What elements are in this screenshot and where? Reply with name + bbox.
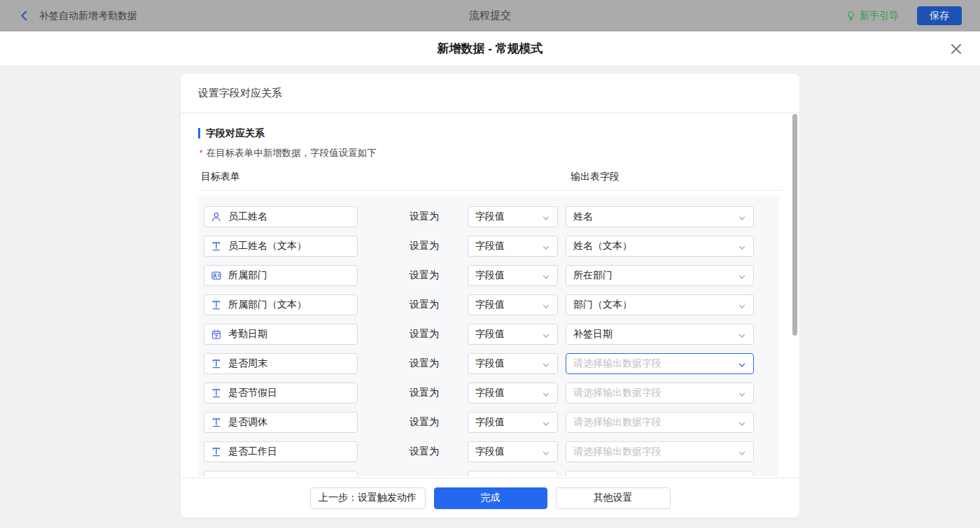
text-icon xyxy=(211,299,222,311)
target-field-label: 是否节假日 xyxy=(228,387,277,399)
scrollbar-thumb[interactable] xyxy=(792,114,797,336)
value-mode-select[interactable]: 字段值 xyxy=(468,412,558,433)
target-field-label: 是否工作日 xyxy=(228,445,277,458)
mapping-row: 考勤日期 设置为 字段值 补签日期 xyxy=(204,324,778,345)
chevron-down-icon xyxy=(542,359,550,368)
output-field-select[interactable]: 请选择输出数据字段 xyxy=(566,383,754,404)
section-title: 字段对应关系 xyxy=(198,128,782,138)
chevron-down-icon xyxy=(738,418,746,427)
target-field-label: 员工姓名（文本） xyxy=(228,240,307,252)
mapping-row xyxy=(204,471,778,476)
output-field-select[interactable]: 部门（文本） xyxy=(566,294,754,315)
set-as-label: 设置为 xyxy=(410,299,468,311)
other-settings-button[interactable]: 其他设置 xyxy=(556,487,671,509)
set-as-label: 设置为 xyxy=(410,328,468,341)
target-field-label: 所属部门 xyxy=(228,269,267,282)
value-mode-label: 字段值 xyxy=(475,445,505,458)
target-field-box: 是否调休 xyxy=(204,412,358,433)
value-mode-label: 字段值 xyxy=(475,211,505,223)
close-icon[interactable] xyxy=(949,42,963,56)
no-icon xyxy=(211,476,222,476)
mapping-row: 员工姓名（文本） 设置为 字段值 姓名（文本） xyxy=(204,236,778,257)
output-field-select[interactable]: 请选择输出数据字段 xyxy=(566,441,754,462)
output-field-select[interactable]: 姓名 xyxy=(566,206,754,227)
value-mode-select[interactable]: 字段值 xyxy=(468,265,558,286)
target-field-box: 是否周末 xyxy=(204,353,358,374)
value-mode-select[interactable]: 字段值 xyxy=(468,206,558,227)
set-as-label: 设置为 xyxy=(410,387,468,399)
output-field-label: 请选择输出数据字段 xyxy=(573,357,662,370)
lightbulb-icon xyxy=(846,10,856,21)
output-field-label: 姓名 xyxy=(573,211,593,223)
target-field-box: 是否工作日 xyxy=(204,441,358,462)
output-field-label: 补签日期 xyxy=(573,328,612,341)
workflow-title: 补签自动新增考勤数据 xyxy=(39,10,137,22)
chevron-down-icon xyxy=(542,448,550,456)
target-field-box: 所属部门 xyxy=(204,265,358,286)
required-asterisk: * xyxy=(200,148,203,158)
dialog-header: 新增数据 - 常规模式 xyxy=(0,31,980,66)
value-mode-label: 字段值 xyxy=(475,416,505,429)
beginner-guide-link[interactable]: 新手引导 xyxy=(846,10,899,22)
prev-step-button[interactable]: 上一步：设置触发动作 xyxy=(310,487,426,509)
text-icon xyxy=(211,241,222,252)
output-field-select[interactable]: 所在部门 xyxy=(566,265,754,286)
value-mode-label: 字段值 xyxy=(475,299,505,311)
output-field-select[interactable]: 请选择输出数据字段 xyxy=(566,353,754,374)
chevron-down-icon xyxy=(738,213,746,221)
chevron-down-icon xyxy=(542,330,550,338)
value-mode-select[interactable]: 字段值 xyxy=(468,324,558,345)
target-field-box: 员工姓名 xyxy=(204,206,358,227)
output-field-label: 请选择输出数据字段 xyxy=(573,445,662,458)
set-as-label: 设置为 xyxy=(410,445,468,458)
dialog-title: 新增数据 - 常规模式 xyxy=(437,41,542,57)
column-header-output: 输出表字段 xyxy=(570,171,620,183)
value-mode-label: 字段值 xyxy=(475,328,505,341)
output-field-select[interactable]: 姓名（文本） xyxy=(566,236,754,257)
set-as-label: 设置为 xyxy=(410,269,468,282)
output-field-label: 所在部门 xyxy=(573,269,612,282)
text-icon xyxy=(211,446,222,457)
topbar-center-title: 流程提交 xyxy=(294,9,686,22)
target-field-label: 员工姓名 xyxy=(228,211,267,223)
output-field-select[interactable] xyxy=(566,471,754,476)
chevron-down-icon xyxy=(738,389,746,397)
value-mode-label: 字段值 xyxy=(475,357,505,370)
chevron-down-icon xyxy=(542,301,550,309)
value-mode-select[interactable]: 字段值 xyxy=(468,236,558,257)
target-field-box: 所属部门（文本） xyxy=(204,294,358,315)
save-button[interactable]: 保存 xyxy=(917,6,962,25)
target-field-label: 是否周末 xyxy=(228,357,267,370)
chevron-down-icon xyxy=(738,301,746,309)
chevron-down-icon xyxy=(738,271,746,280)
mapping-row: 是否调休 设置为 字段值 请选择输出数据字段 xyxy=(204,412,778,433)
output-field-label: 请选择输出数据字段 xyxy=(573,416,662,429)
text-icon xyxy=(211,417,222,428)
column-headers: 目标表单 输出表字段 xyxy=(198,171,782,191)
value-mode-select[interactable]: 字段值 xyxy=(468,353,558,374)
chevron-down-icon xyxy=(542,418,550,427)
department-icon xyxy=(211,270,222,281)
chevron-down-icon xyxy=(542,242,550,250)
text-icon xyxy=(211,358,222,369)
back-icon[interactable] xyxy=(18,10,31,22)
output-field-select[interactable]: 请选择输出数据字段 xyxy=(566,412,754,433)
field-mapping-card: 设置字段对应关系 字段对应关系 *在目标表单中新增数据，字段值设置如下 目标表单… xyxy=(181,73,799,518)
calendar-icon xyxy=(211,329,222,340)
value-mode-label: 字段值 xyxy=(475,269,505,282)
target-field-box xyxy=(204,471,358,476)
value-mode-select[interactable]: 字段值 xyxy=(468,294,558,315)
mapping-row: 所属部门（文本） 设置为 字段值 部门（文本） xyxy=(204,294,778,315)
card-header: 设置字段对应关系 xyxy=(181,73,799,113)
value-mode-select[interactable]: 字段值 xyxy=(468,383,558,404)
output-field-select[interactable]: 补签日期 xyxy=(566,324,754,345)
target-field-label: 考勤日期 xyxy=(228,328,267,341)
target-field-label: 所属部门（文本） xyxy=(228,299,307,311)
output-field-label: 姓名（文本） xyxy=(573,240,632,252)
done-button[interactable]: 完成 xyxy=(434,487,547,509)
chevron-down-icon xyxy=(738,330,746,338)
set-as-label: 设置为 xyxy=(410,357,468,370)
chevron-down-icon xyxy=(738,242,746,250)
value-mode-select[interactable]: 字段值 xyxy=(468,441,558,462)
value-mode-select[interactable] xyxy=(468,471,558,476)
